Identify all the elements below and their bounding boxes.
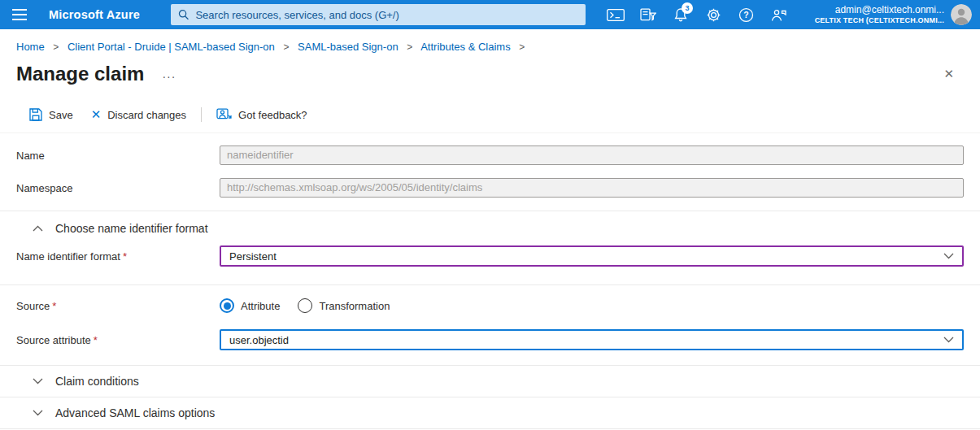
breadcrumb-separator: > <box>53 41 59 53</box>
command-bar: Save ✕ Discard changes Got feedback? <box>0 105 980 133</box>
breadcrumb-home[interactable]: Home <box>16 41 45 53</box>
name-input: nameidentifier <box>220 146 964 165</box>
close-icon[interactable]: ✕ <box>943 67 954 81</box>
search-input[interactable] <box>195 9 578 21</box>
section-title: Claim conditions <box>55 375 139 388</box>
name-identifier-format-row: Name identifier format* Persistent <box>16 245 964 267</box>
breadcrumb-separator: > <box>519 41 525 53</box>
notification-badge: 3 <box>682 2 693 14</box>
feedback-label: Got feedback? <box>238 109 307 121</box>
page-title: Manage claim <box>16 63 144 85</box>
directory-filter-icon[interactable] <box>634 0 662 29</box>
account-menu[interactable]: admin@celtixtech.onmi... CELTIX TECH (CE… <box>815 4 944 25</box>
source-attribute-dropdown[interactable]: user.objectid <box>220 329 964 350</box>
namespace-input: http://schemas.xmlsoap.org/ws/2005/05/id… <box>220 178 964 198</box>
breadcrumb-attributes-claims[interactable]: Attributes & Claims <box>420 41 511 53</box>
choose-name-identifier-format-section[interactable]: Choose name identifier format <box>0 211 980 245</box>
save-label: Save <box>49 109 73 121</box>
discard-label: Discard changes <box>107 109 186 121</box>
breadcrumb-separator: > <box>283 41 289 53</box>
avatar[interactable] <box>951 4 972 25</box>
source-attribute-row: Source attribute* user.objectid <box>16 329 964 350</box>
breadcrumb-separator: > <box>407 41 412 53</box>
cloud-shell-icon[interactable] <box>602 0 629 29</box>
radio-attribute-label: Attribute <box>241 300 280 312</box>
breadcrumb-app[interactable]: Client Portal - Druide | SAML-based Sign… <box>68 41 275 53</box>
selected-format: Persistent <box>229 250 943 263</box>
settings-gear-icon[interactable] <box>699 0 727 29</box>
account-tenant: CELTIX TECH (CELTIXTECH.ONMI... <box>815 16 944 25</box>
search-box[interactable] <box>171 4 586 25</box>
azure-brand[interactable]: Microsoft Azure <box>49 8 140 21</box>
ellipsis-menu-icon[interactable]: ··· <box>162 65 176 83</box>
feedback-icon[interactable] <box>764 0 792 29</box>
section-divider <box>0 284 980 285</box>
chevron-down-icon <box>943 337 954 343</box>
radio-unselected-icon <box>298 298 312 313</box>
chevron-up-icon <box>33 225 43 232</box>
toolbar-divider <box>201 107 202 122</box>
source-row: Source* Attribute Transformation <box>16 298 964 313</box>
chevron-down-icon <box>33 378 43 384</box>
name-identifier-format-dropdown[interactable]: Persistent <box>220 245 964 267</box>
selected-source-attribute: user.objectid <box>229 334 943 346</box>
discard-icon: ✕ <box>91 107 102 122</box>
chevron-down-icon <box>943 253 954 259</box>
topbar: Microsoft Azure <box>0 0 980 29</box>
account-email: admin@celtixtech.onmi... <box>815 4 944 16</box>
radio-selected-icon <box>220 298 234 313</box>
breadcrumb-saml-signon[interactable]: SAML-based Sign-on <box>298 41 399 53</box>
topbar-icons: 3 ? <box>602 0 792 29</box>
advanced-saml-claims-options-section[interactable]: Advanced SAML claims options <box>0 397 980 428</box>
save-button[interactable]: Save <box>24 106 78 124</box>
title-bar: Manage claim ··· ✕ <box>0 53 980 85</box>
source-radio-group: Attribute Transformation <box>220 298 964 313</box>
help-glyph: ? <box>743 11 748 20</box>
required-asterisk: * <box>52 300 56 312</box>
required-asterisk: * <box>123 250 127 263</box>
notifications-bell-icon[interactable]: 3 <box>667 0 695 29</box>
search-icon <box>178 9 189 20</box>
discard-changes-button[interactable]: ✕ Discard changes <box>86 105 191 124</box>
format-label: Name identifier format* <box>16 250 220 263</box>
radio-transformation[interactable]: Transformation <box>298 298 390 313</box>
manage-claim-form: Name nameidentifier Namespace http://sch… <box>0 133 980 429</box>
source-attribute-label: Source attribute* <box>16 334 220 346</box>
feedback-person-icon <box>216 108 232 121</box>
namespace-row: Namespace http://schemas.xmlsoap.org/ws/… <box>16 178 964 198</box>
claim-conditions-section[interactable]: Claim conditions <box>0 366 980 397</box>
section-title: Advanced SAML claims options <box>55 406 215 419</box>
radio-attribute[interactable]: Attribute <box>220 298 280 313</box>
section-divider <box>0 428 980 429</box>
menu-icon[interactable] <box>0 0 39 29</box>
save-icon <box>29 108 42 121</box>
name-row: Name nameidentifier <box>16 146 964 165</box>
source-label: Source* <box>16 300 220 312</box>
name-label: Name <box>16 150 220 162</box>
help-icon[interactable]: ? <box>732 0 760 29</box>
namespace-label: Namespace <box>16 182 220 194</box>
required-asterisk: * <box>94 334 98 346</box>
chevron-down-icon <box>33 410 43 416</box>
breadcrumb: Home > Client Portal - Druide | SAML-bas… <box>0 29 980 53</box>
section-title: Choose name identifier format <box>55 222 208 235</box>
got-feedback-button[interactable]: Got feedback? <box>211 106 312 124</box>
radio-transformation-label: Transformation <box>319 300 390 312</box>
